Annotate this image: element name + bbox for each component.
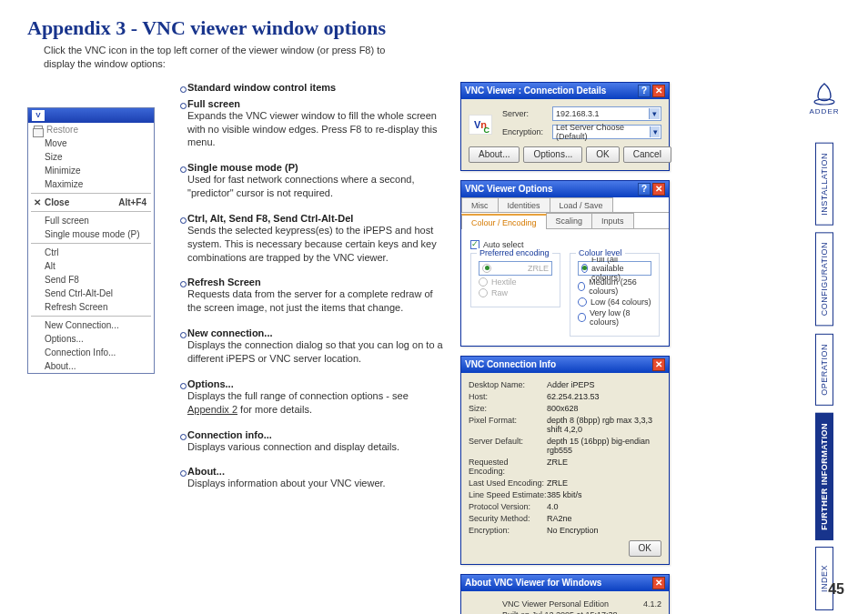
radio-hextile[interactable]: Hextile (479, 277, 552, 287)
help-icon[interactable]: ? (638, 183, 651, 196)
menu-ctrl[interactable]: Ctrl (28, 246, 154, 259)
colour-level-label: Colour level (576, 248, 625, 257)
desc-keys: Ctrl, Alt, Send F8, Send Ctrl-Alt-DelSen… (180, 213, 444, 265)
desc-conninfo: Connection info...Displays various conne… (180, 429, 444, 454)
menu-close[interactable]: ✕CloseAlt+F4 (28, 196, 154, 209)
desc-std-title: Standard window control items (187, 82, 336, 93)
radio-med[interactable]: Medium (256 colours) (578, 277, 651, 296)
tab-misc[interactable]: Misc (461, 197, 499, 212)
info-value: 385 kbit/s (547, 490, 661, 499)
info-key: Security Method: (469, 514, 547, 523)
close-icon[interactable]: ✕ (652, 85, 665, 97)
tab-identities[interactable]: Identities (498, 197, 550, 212)
tab-colour[interactable]: Colour / Encoding (461, 214, 547, 229)
radio-zrle[interactable]: ZRLE (479, 261, 552, 276)
adder-logo: ADDER (809, 82, 839, 116)
desc-refresh-body: Requests data from the server for a comp… (187, 287, 444, 315)
desc-conninfo-title: Connection info... (187, 429, 444, 440)
info-value: Adder iPEPS (547, 380, 661, 389)
pref-enc-label: Preferred encoding (477, 248, 552, 257)
ok-button[interactable]: OK (586, 146, 619, 163)
desc-single-title: Single mouse mode (P) (187, 162, 444, 173)
info-value: No Encryption (547, 526, 661, 535)
tab-scaling[interactable]: Scaling (546, 213, 593, 228)
menu-newconn[interactable]: New Connection... (28, 318, 154, 332)
menu-minimize[interactable]: Minimize (28, 164, 154, 177)
info-key: Encryption: (469, 526, 547, 535)
desc-keys-body: Sends the selected keypress(es) to the i… (187, 224, 444, 265)
menu-move[interactable]: Move (28, 136, 154, 150)
menu-restore[interactable]: Restore (28, 123, 154, 136)
menu-maximize[interactable]: Maximize (28, 177, 154, 191)
desc-newconn-title: New connection... (187, 327, 444, 338)
vnc-context-menu: V Restore Move Size Minimize Maximize ✕C… (27, 107, 155, 374)
desc-options-body: Displays the full range of connection op… (187, 389, 444, 417)
menu-single-mouse[interactable]: Single mouse mode (P) (28, 227, 154, 241)
menu-options[interactable]: Options... (28, 332, 154, 346)
menu-refresh[interactable]: Refresh Screen (28, 300, 154, 314)
desc-keys-title: Ctrl, Alt, Send F8, Send Ctrl-Alt-Del (187, 213, 444, 224)
menu-restore-label: Restore (46, 125, 78, 135)
dlg-viewer-options: VNC Viewer Options?✕ Misc Identities Loa… (460, 180, 670, 347)
intro-text: Click the VNC icon in the top left corne… (44, 44, 389, 71)
close-icon[interactable]: ✕ (652, 577, 665, 589)
conn-info-table: Desktop Name:Adder iPEPSHost:62.254.213.… (469, 380, 661, 535)
right-nav-column: ADDER INSTALLATION CONFIGURATION OPERATI… (802, 82, 846, 614)
tab-load[interactable]: Load / Save (550, 197, 613, 212)
menu-about[interactable]: About... (28, 359, 154, 373)
nav-installation[interactable]: INSTALLATION (815, 143, 833, 226)
enc-select[interactable]: Let Server Choose (Default)▾ (552, 125, 661, 139)
desc-single-body: Used for fast network connections where … (187, 173, 444, 200)
dialogs-column: VNC Viewer : Connection Details?✕ VnC Se… (460, 82, 670, 614)
desc-newconn-body: Displays the connection dialog so that y… (187, 338, 444, 366)
radio-vlow[interactable]: Very low (8 colours) (578, 308, 651, 327)
menu-sendf8[interactable]: Send F8 (28, 273, 154, 287)
menu-size[interactable]: Size (28, 150, 154, 164)
desc-single: Single mouse mode (P)Used for fast netwo… (180, 162, 444, 200)
nav-further-info[interactable]: FURTHER INFORMATION (815, 413, 833, 540)
page-number: 45 (828, 581, 844, 598)
menu-close-label: Close (45, 197, 69, 207)
menu-fullscreen[interactable]: Full screen (28, 214, 154, 227)
menu-sendcad[interactable]: Send Ctrl-Alt-Del (28, 287, 154, 300)
dlg2-title: VNC Viewer Options (465, 184, 553, 194)
tab-inputs[interactable]: Inputs (591, 213, 634, 228)
desc-fullscreen-body: Expands the VNC viewer window to fill th… (187, 109, 444, 150)
about-line2: Built on Jul 12 2005 at 15:17:38 (502, 609, 661, 614)
nav-configuration[interactable]: CONFIGURATION (815, 232, 833, 326)
menu-alt[interactable]: Alt (28, 259, 154, 273)
menu-conninfo[interactable]: Connection Info... (28, 346, 154, 359)
options-button[interactable]: Options... (523, 146, 582, 163)
info-value: 800x628 (547, 404, 661, 413)
about-version: 4.1.2 (643, 599, 661, 610)
nav-index[interactable]: INDEX (815, 547, 833, 610)
nav-operation[interactable]: OPERATION (815, 334, 833, 406)
chevron-down-icon: ▾ (649, 108, 660, 119)
info-key: Line Speed Estimate: (469, 490, 547, 499)
help-icon[interactable]: ? (638, 85, 651, 97)
desc-newconn: New connection...Displays the connection… (180, 327, 444, 366)
desc-about: About...Displays information about your … (180, 466, 444, 490)
dlg1-title: VNC Viewer : Connection Details (465, 86, 606, 96)
info-key: Desktop Name: (469, 380, 547, 389)
server-select[interactable]: 192.168.3.1▾ (552, 106, 661, 121)
vnc-mini-icon: V (32, 110, 45, 121)
about-button[interactable]: About... (469, 146, 520, 163)
description-column: Standard window control items Full scree… (180, 82, 444, 614)
radio-low[interactable]: Low (64 colours) (578, 297, 651, 307)
menu-close-shortcut: Alt+F4 (118, 197, 146, 207)
desc-refresh: Refresh ScreenRequests data from the ser… (180, 277, 444, 315)
adder-label: ADDER (809, 107, 839, 116)
desc-refresh-title: Refresh Screen (187, 277, 444, 287)
cancel-button[interactable]: Cancel (623, 146, 671, 163)
ok-button[interactable]: OK (629, 540, 661, 557)
info-value: depth 15 (16bpp) big-endian rgb555 (547, 437, 661, 455)
radio-full[interactable]: Full (all available colours) (578, 261, 651, 276)
desc-options-title: Options... (187, 378, 444, 389)
dlg3-title: VNC Connection Info (465, 359, 556, 369)
radio-raw[interactable]: Raw (479, 288, 552, 297)
close-icon[interactable]: ✕ (652, 358, 665, 371)
close-icon[interactable]: ✕ (652, 183, 665, 196)
server-value: 192.168.3.1 (556, 109, 600, 118)
appendix2-link[interactable]: Appendix 2 (187, 404, 237, 415)
